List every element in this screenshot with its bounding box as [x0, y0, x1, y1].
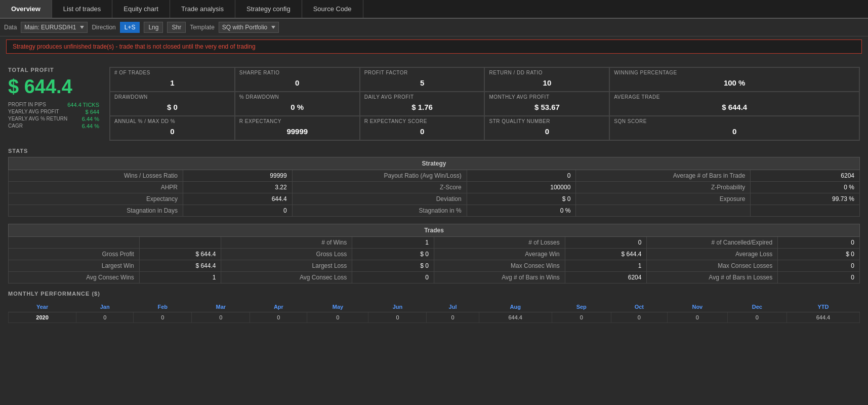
template-label: Template — [190, 24, 215, 31]
col-mar: Mar — [192, 302, 250, 312]
metric-r-expectancy: R EXPECTANCY 99999 — [235, 116, 360, 140]
metric-winning-pct: WINNING PERCENTAGE 100 % — [609, 67, 859, 92]
metric-sharpe: SHARPE RATIO 0 — [235, 67, 360, 92]
data-select[interactable]: Main: EURUSD/H1 — [21, 22, 88, 33]
trades-row-0: # of Wins 1 # of Losses 0 # of Cancelled… — [9, 237, 860, 249]
direction-lng-button[interactable]: Lng — [144, 22, 163, 33]
col-jan: Jan — [76, 302, 134, 312]
total-profit-value: $ 644.4 — [8, 76, 99, 98]
tab-overview[interactable]: Overview — [0, 0, 52, 18]
col-dec: Dec — [727, 302, 787, 312]
strategy-table-header: Strategy — [9, 157, 860, 170]
col-oct: Oct — [611, 302, 667, 312]
monthly-apr: 0 — [250, 312, 307, 323]
monthly-ytd: 644.4 — [787, 312, 859, 323]
metric-avg-trade: AVERAGE TRADE $ 644.4 — [609, 92, 859, 116]
metric-num-trades: # OF TRADES 1 — [110, 67, 235, 92]
trades-table-header: Trades — [9, 224, 860, 237]
tab-trade-analysis[interactable]: Trade analysis — [170, 0, 235, 18]
metric-sqn-score: SQN SCORE 0 — [609, 116, 859, 140]
tab-list-of-trades[interactable]: List of trades — [52, 0, 112, 18]
monthly-feb: 0 — [134, 312, 192, 323]
stats-section-label: STATS — [8, 148, 860, 154]
col-ytd: YTD — [787, 302, 859, 312]
profit-detail-pips: PROFIT IN PIPS 644.4 TICKS — [8, 102, 99, 108]
monthly-jan: 0 — [76, 312, 134, 323]
warning-box: Strategy produces unfinished trade(s) - … — [6, 39, 862, 54]
top-stats: TOTAL PROFIT $ 644.4 PROFIT IN PIPS 644.… — [8, 67, 860, 141]
metric-monthly-avg: MONTHLY AVG PROFIT $ 53.67 — [484, 92, 609, 116]
direction-ls-button[interactable]: L+S — [120, 22, 140, 33]
strategy-table: Strategy Wins / Losses Ratio 99999 Payou… — [8, 157, 860, 217]
monthly-data-row-2020: 2020 0 0 0 0 0 0 0 644.4 0 0 0 0 644.4 — [9, 312, 860, 323]
monthly-aug: 644.4 — [479, 312, 552, 323]
tabs-bar: Overview List of trades Equity chart Tra… — [0, 0, 868, 19]
data-label: Data — [4, 24, 17, 31]
strategy-row-0: Wins / Losses Ratio 99999 Payout Ratio (… — [9, 170, 860, 182]
monthly-table: Year Jan Feb Mar Apr May Jun Jul Aug Sep… — [8, 302, 860, 323]
profit-detail-yearly-avg: YEARLY AVG PROFIT $ 644 — [8, 109, 99, 115]
profit-detail-yearly-pct: YEARLY AVG % RETURN 6.44 % — [8, 116, 99, 122]
direction-label: Direction — [92, 24, 115, 31]
trades-row-1: Gross Profit $ 644.4 Gross Loss $ 0 Aver… — [9, 249, 860, 260]
metric-pct-drawdown: % DRAWDOWN 0 % — [235, 92, 360, 116]
trades-table: Trades # of Wins 1 # of Losses 0 # of Ca… — [8, 224, 860, 284]
metric-return-dd: RETURN / DD RATIO 10 — [484, 67, 609, 92]
tab-strategy-config[interactable]: Strategy config — [235, 0, 302, 18]
monthly-mar: 0 — [192, 312, 250, 323]
template-select-chevron — [271, 26, 275, 29]
strategy-row-3: Stagnation in Days 0 Stagnation in % 0 % — [9, 205, 860, 217]
col-year: Year — [9, 302, 76, 312]
monthly-header-row: Year Jan Feb Mar Apr May Jun Jul Aug Sep… — [9, 302, 860, 312]
profit-detail-cagr: CAGR 6.44 % — [8, 123, 99, 129]
metric-drawdown: DRAWDOWN $ 0 — [110, 92, 235, 116]
col-apr: Apr — [250, 302, 307, 312]
metric-profit-factor: PROFIT FACTOR 5 — [360, 67, 485, 92]
col-nov: Nov — [667, 302, 727, 312]
monthly-year: 2020 — [9, 312, 76, 323]
col-jun: Jun — [368, 302, 427, 312]
main-content: TOTAL PROFIT $ 644.4 PROFIT IN PIPS 644.… — [0, 57, 868, 328]
monthly-oct: 0 — [611, 312, 667, 323]
trades-row-3: Avg Consec Wins 1 Avg Consec Loss 0 Avg … — [9, 272, 860, 284]
total-profit-block: TOTAL PROFIT $ 644.4 PROFIT IN PIPS 644.… — [8, 67, 109, 141]
monthly-may: 0 — [307, 312, 368, 323]
col-may: May — [307, 302, 368, 312]
data-select-chevron — [80, 26, 84, 29]
toolbar: Data Main: EURUSD/H1 Direction L+S Lng S… — [0, 19, 868, 36]
total-profit-label: TOTAL PROFIT — [8, 67, 99, 73]
col-feb: Feb — [134, 302, 192, 312]
monthly-jun: 0 — [368, 312, 427, 323]
col-sep: Sep — [552, 302, 611, 312]
metrics-grid: # OF TRADES 1 SHARPE RATIO 0 PROFIT FACT… — [109, 67, 860, 141]
strategy-row-1: AHPR 3.22 Z-Score 100000 Z-Probability 0… — [9, 182, 860, 193]
metric-daily-avg: DAILY AVG PROFIT $ 1.76 — [360, 92, 485, 116]
metric-r-expectancy-score: R EXPECTANCY SCORE 0 — [360, 116, 485, 140]
metric-sqn: STR QUALITY NUMBER 0 — [484, 116, 609, 140]
template-select[interactable]: SQ with Portfolio — [219, 22, 279, 33]
strategy-row-2: Expectancy 644.4 Deviation $ 0 Exposure … — [9, 193, 860, 205]
monthly-dec: 0 — [727, 312, 787, 323]
metric-annual-maxdd: ANNUAL % / MAX DD % 0 — [110, 116, 235, 140]
tab-equity-chart[interactable]: Equity chart — [112, 0, 170, 18]
col-jul: Jul — [427, 302, 479, 312]
monthly-sep: 0 — [552, 312, 611, 323]
col-aug: Aug — [479, 302, 552, 312]
monthly-jul: 0 — [427, 312, 479, 323]
monthly-nov: 0 — [667, 312, 727, 323]
tab-source-code[interactable]: Source Code — [302, 0, 363, 18]
trades-row-2: Largest Win $ 644.4 Largest Loss $ 0 Max… — [9, 260, 860, 272]
direction-shr-button[interactable]: Shr — [167, 22, 186, 33]
monthly-section-label: MONTHLY PERFORMANCE ($) — [8, 291, 860, 297]
